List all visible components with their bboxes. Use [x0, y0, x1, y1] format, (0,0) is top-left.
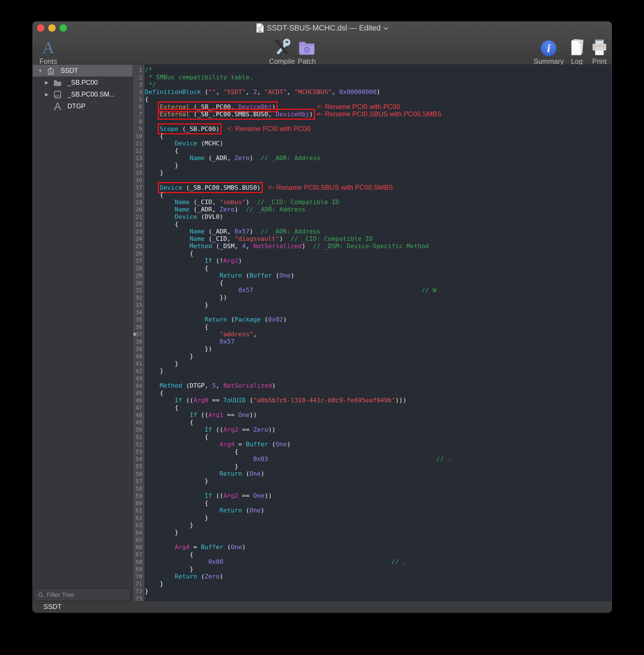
code-line[interactable]: 41 }: [133, 360, 612, 367]
patch-button[interactable]: ⚙ Patch: [290, 38, 324, 66]
disclosure-triangle-icon[interactable]: ▶: [45, 77, 49, 89]
code-line[interactable]: 39 }): [133, 345, 612, 353]
code-line[interactable]: 19 Name (_CID, "smbus") // _CID: Compati…: [133, 199, 612, 206]
code-line[interactable]: 63 }: [133, 521, 612, 529]
code-line[interactable]: 10 {: [133, 132, 612, 140]
code-line[interactable]: 36 {: [133, 323, 612, 331]
code-editor[interactable]: 1/*2 * SMBus compatibility table.3 */4De…: [133, 65, 612, 601]
line-number: 66: [133, 543, 145, 551]
code-line[interactable]: 61 Return (One): [133, 507, 612, 514]
code-line[interactable]: 12 {: [133, 147, 612, 154]
code-line[interactable]: 4DefinitionBlock ("", "SSDT", 2, "ACDT",…: [133, 88, 612, 96]
home-icon: [46, 66, 55, 75]
code-line[interactable]: 58: [133, 485, 612, 492]
code-line[interactable]: 1/*: [133, 66, 612, 74]
print-button[interactable]: Print: [582, 38, 612, 66]
line-number: 70: [133, 573, 145, 580]
title-menu-chevron-icon[interactable]: [384, 27, 388, 30]
code-line[interactable]: 53 {: [133, 448, 612, 455]
code-line[interactable]: 52 Arg4 = Buffer (One): [133, 441, 612, 448]
line-number: 64: [133, 529, 145, 536]
code-line[interactable]: 34: [133, 309, 612, 316]
code-line[interactable]: 54 0x03 // .: [133, 455, 612, 463]
tree-item-sb-pc00[interactable]: ▶_SB.PC00: [33, 76, 133, 88]
fonts-button[interactable]: A Fonts: [33, 38, 64, 66]
code-line[interactable]: 56 Return (One): [133, 470, 612, 477]
code-line[interactable]: 47 {: [133, 404, 612, 411]
code-line[interactable]: 44 Method (DTGP, 5, NotSerialized): [133, 382, 612, 389]
code-line[interactable]: 60 {: [133, 499, 612, 507]
code-line[interactable]: 3 */: [133, 81, 612, 88]
code-line[interactable]: 5{: [133, 96, 612, 103]
line-number: 12: [133, 147, 145, 154]
titlebar[interactable]: SSDT-SBUS-MCHC.dsl — Edited: [33, 22, 612, 34]
tree-item-sb-pc00-sm[interactable]: ▶_SB.PC00.SM...: [33, 88, 133, 100]
code-line[interactable]: 21 Device (DVL0): [133, 213, 612, 221]
code-line[interactable]: 32 }): [133, 294, 612, 301]
code-line[interactable]: 62 }: [133, 514, 612, 521]
line-number: 1: [133, 66, 145, 74]
code-line[interactable]: 6 External (_SB_.PC00, DeviceObj) <- Ren…: [133, 103, 612, 110]
code-line[interactable]: 17 Device (_SB.PC00.SMBS.BUS0) <- Rename…: [133, 184, 612, 191]
code-line[interactable]: 28 {: [133, 265, 612, 272]
code-line[interactable]: 23 Name (_ADR, 0x57) // _ADR: Address: [133, 228, 612, 235]
code-line[interactable]: 16: [133, 177, 612, 184]
disclosure-triangle-icon[interactable]: ▶: [45, 89, 49, 100]
code-line[interactable]: 26 {: [133, 250, 612, 257]
code-line[interactable]: 31 0x57 // W: [133, 287, 612, 294]
code-line[interactable]: 73: [133, 595, 612, 601]
code-line[interactable]: 11 Device (MCHC): [133, 140, 612, 147]
code-line[interactable]: 68 0x00 // .: [133, 558, 612, 565]
code-line[interactable]: 18 {: [133, 191, 612, 199]
filter-tree-input[interactable]: [46, 590, 127, 600]
code-line[interactable]: 51 {: [133, 433, 612, 441]
code-line[interactable]: 8: [133, 118, 612, 125]
code-line[interactable]: 25 Method (_DSM, 4, NotSerialized) // _D…: [133, 243, 612, 250]
line-number: 61: [133, 507, 145, 514]
code-line[interactable]: 42 }: [133, 367, 612, 375]
code-line[interactable]: 29 Return (Buffer (One): [133, 272, 612, 279]
code-line[interactable]: 46 If ((Arg0 == ToUUID ("a0b5b7c6-1318-4…: [133, 397, 612, 404]
code-text: Return (One): [145, 470, 264, 477]
disclosure-triangle-icon[interactable]: ▼: [38, 65, 43, 77]
code-line[interactable]: 59 If ((Arg2 == One)): [133, 492, 612, 499]
code-line[interactable]: 20 Name (_ADR, Zero) // _ADR: Address: [133, 206, 612, 213]
code-line[interactable]: 64 }: [133, 529, 612, 536]
code-line[interactable]: 14 }: [133, 162, 612, 169]
code-line[interactable]: 13 Name (_ADR, Zero) // _ADR: Address: [133, 154, 612, 162]
code-line[interactable]: 38 0x57: [133, 338, 612, 345]
code-line[interactable]: 69 }: [133, 565, 612, 573]
code-line[interactable]: 35 Return (Package (0x02): [133, 316, 612, 323]
code-line[interactable]: 48 If ((Arg1 == One)): [133, 411, 612, 419]
tree-item-dtgp[interactable]: DTGP: [33, 100, 133, 112]
code-line[interactable]: 55 }: [133, 463, 612, 470]
code-line[interactable]: 43: [133, 375, 612, 382]
code-line[interactable]: 9 Scope (_SB.PC00) <- Rename PCI0 with P…: [133, 125, 612, 132]
tree-item-ssdt[interactable]: ▼SSDT: [33, 65, 133, 76]
code-line[interactable]: 65: [133, 536, 612, 543]
code-line[interactable]: 27 If (!Arg2): [133, 257, 612, 265]
code-line[interactable]: 72}: [133, 588, 612, 595]
code-line[interactable]: 67 {: [133, 551, 612, 558]
code-line[interactable]: 7 External (_SB_.PC00.SMBS.BUS0, DeviceO…: [133, 110, 612, 118]
code-line[interactable]: 57 }: [133, 477, 612, 485]
code-line[interactable]: 37 "address",: [133, 331, 612, 338]
code-line[interactable]: 30 {: [133, 279, 612, 287]
code-line[interactable]: 24 Name (_CID, "diagsvault") // _CID: Co…: [133, 235, 612, 243]
code-line[interactable]: 33 }: [133, 301, 612, 309]
code-line[interactable]: 40 }: [133, 353, 612, 360]
line-number: 50: [133, 426, 145, 433]
code-line[interactable]: 15 }: [133, 169, 612, 177]
code-line[interactable]: 49 {: [133, 419, 612, 426]
code-line[interactable]: 66 Arg4 = Buffer (One): [133, 543, 612, 551]
filter-field[interactable]: [35, 590, 129, 600]
code-line[interactable]: 50 If ((Arg2 == Zero)): [133, 426, 612, 433]
code-text: Method (_DSM, 4, NotSerialized) // _DSM:…: [145, 243, 429, 250]
code-text: Device (MCHC): [145, 140, 223, 147]
code-line[interactable]: 45 {: [133, 389, 612, 397]
code-line[interactable]: 22 {: [133, 221, 612, 228]
code-line[interactable]: 70 Return (Zero): [133, 573, 612, 580]
code-line[interactable]: 71 }: [133, 580, 612, 588]
code-line[interactable]: 2 * SMBus compatibility table.: [133, 74, 612, 81]
code-text: Return (Package (0x02): [145, 316, 287, 323]
